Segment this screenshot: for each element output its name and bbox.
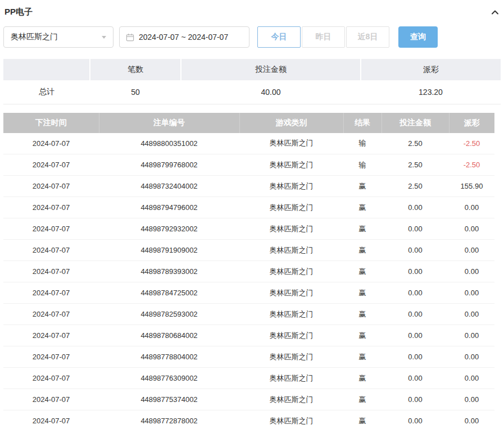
cell-bet-id: 44898784725002	[99, 282, 239, 304]
cell-bet-amount: 0.00	[382, 218, 449, 240]
chevron-down-icon	[102, 36, 106, 39]
cell-bet-id: 44898799768002	[99, 154, 239, 176]
cell-payout: 0.00	[449, 218, 494, 240]
summary-header-payout: 派彩	[361, 59, 501, 80]
cell-game-type: 奥林匹斯之门	[239, 346, 343, 368]
cell-bet-id: 44898789393002	[99, 261, 239, 282]
calendar-icon	[126, 33, 134, 42]
cell-result: 赢	[343, 240, 382, 261]
table-row: 2024-07-0744898732404002奥林匹斯之门赢2.50155.9…	[3, 176, 494, 197]
cell-result: 输	[343, 154, 382, 176]
cell-payout: 0.00	[449, 368, 494, 389]
summary-total-label: 总计	[3, 80, 90, 104]
cell-bet-id: 44898732404002	[99, 176, 239, 197]
table-row: 2024-07-0744898772878002奥林匹斯之门赢0.000.00	[3, 410, 494, 425]
cell-bet-amount: 0.00	[382, 282, 449, 304]
table-row: 2024-07-0744898776309002奥林匹斯之门赢0.000.00	[3, 368, 494, 389]
report-panel: PP电子 奥林匹斯之门 2024-07-07 ~ 2024-07-07 今日 昨…	[0, 0, 504, 425]
game-select[interactable]: 奥林匹斯之门	[3, 26, 113, 48]
cell-bet-amount: 2.50	[382, 176, 449, 197]
cell-game-type: 奥林匹斯之门	[239, 176, 343, 197]
cell-result: 赢	[343, 346, 382, 368]
table-row: 2024-07-0744898778804002奥林匹斯之门赢0.000.00	[3, 346, 494, 368]
cell-bet-amount: 0.00	[382, 197, 449, 218]
cell-game-type: 奥林匹斯之门	[239, 261, 343, 282]
yesterday-button[interactable]: 昨日	[302, 26, 345, 48]
date-range-input[interactable]: 2024-07-07 ~ 2024-07-07	[119, 26, 249, 48]
cell-payout: -2.50	[449, 154, 494, 176]
table-row: 2024-07-0744898784725002奥林匹斯之门赢0.000.00	[3, 282, 494, 304]
table-row: 2024-07-0744898782593002奥林匹斯之门赢0.000.00	[3, 304, 494, 325]
cell-bet-time: 2024-07-07	[3, 346, 99, 368]
cell-game-type: 奥林匹斯之门	[239, 304, 343, 325]
cell-game-type: 奥林匹斯之门	[239, 133, 343, 154]
cell-payout: -2.50	[449, 133, 494, 154]
summary-header-blank	[3, 59, 90, 80]
game-select-value: 奥林匹斯之门	[11, 32, 58, 42]
cell-bet-time: 2024-07-07	[3, 197, 99, 218]
cell-bet-amount: 0.00	[382, 410, 449, 425]
cell-bet-time: 2024-07-07	[3, 218, 99, 240]
cell-payout: 0.00	[449, 240, 494, 261]
cell-bet-id: 44898780684002	[99, 325, 239, 346]
table-header-bet-id: 注单编号	[99, 113, 239, 133]
table-header-payout: 派彩	[449, 113, 494, 133]
cell-result: 赢	[343, 410, 382, 425]
summary-header-bet-amount: 投注金额	[181, 59, 361, 80]
cell-bet-amount: 0.00	[382, 389, 449, 410]
summary-total-row: 总计 50 40.00 123.20	[3, 80, 501, 104]
search-button[interactable]: 查询	[398, 26, 438, 48]
page-title: PP电子	[4, 7, 33, 17]
cell-game-type: 奥林匹斯之门	[239, 197, 343, 218]
cell-bet-time: 2024-07-07	[3, 133, 99, 154]
collapse-panel-button[interactable]	[491, 8, 500, 17]
last-8-days-button[interactable]: 近8日	[346, 26, 389, 48]
summary-header-row: 笔数 投注金额 派彩	[3, 59, 501, 80]
table-row: 2024-07-0744898792932002奥林匹斯之门赢0.000.00	[3, 218, 494, 240]
cell-payout: 0.00	[449, 282, 494, 304]
cell-bet-id: 44898792932002	[99, 218, 239, 240]
panel-header: PP电子	[3, 6, 501, 24]
cell-bet-time: 2024-07-07	[3, 176, 99, 197]
table-row: 2024-07-0744898794796002奥林匹斯之门赢0.000.00	[3, 197, 494, 218]
today-button[interactable]: 今日	[257, 26, 301, 48]
cell-game-type: 奥林匹斯之门	[239, 154, 343, 176]
cell-game-type: 奥林匹斯之门	[239, 240, 343, 261]
cell-payout: 0.00	[449, 346, 494, 368]
cell-payout: 0.00	[449, 261, 494, 282]
cell-bet-amount: 0.00	[382, 325, 449, 346]
cell-bet-time: 2024-07-07	[3, 389, 99, 410]
cell-bet-amount: 2.50	[382, 133, 449, 154]
cell-payout: 0.00	[449, 325, 494, 346]
quick-date-buttons: 今日 昨日 近8日	[257, 26, 389, 48]
cell-bet-time: 2024-07-07	[3, 304, 99, 325]
cell-game-type: 奥林匹斯之门	[239, 410, 343, 425]
cell-bet-amount: 2.50	[382, 154, 449, 176]
table-header-game-type: 游戏类别	[239, 113, 343, 133]
cell-bet-time: 2024-07-07	[3, 368, 99, 389]
cell-bet-amount: 0.00	[382, 240, 449, 261]
cell-bet-id: 44898800351002	[99, 133, 239, 154]
cell-bet-id: 44898776309002	[99, 368, 239, 389]
summary-total-payout: 123.20	[361, 80, 501, 104]
cell-payout: 155.90	[449, 176, 494, 197]
chevron-up-icon	[491, 8, 500, 17]
cell-payout: 0.00	[449, 389, 494, 410]
cell-result: 赢	[343, 176, 382, 197]
cell-game-type: 奥林匹斯之门	[239, 218, 343, 240]
cell-bet-amount: 0.00	[382, 304, 449, 325]
cell-bet-amount: 0.00	[382, 261, 449, 282]
table-row: 2024-07-0744898791909002奥林匹斯之门赢0.000.00	[3, 240, 494, 261]
cell-bet-id: 44898782593002	[99, 304, 239, 325]
cell-result: 赢	[343, 389, 382, 410]
cell-game-type: 奥林匹斯之门	[239, 389, 343, 410]
cell-game-type: 奥林匹斯之门	[239, 325, 343, 346]
table-row: 2024-07-0744898780684002奥林匹斯之门赢0.000.00	[3, 325, 494, 346]
main-table-header-row: 下注时间注单编号游戏类别结果投注金额派彩	[3, 113, 494, 133]
table-row: 2024-07-0744898775374002奥林匹斯之门赢0.000.00	[3, 389, 494, 410]
cell-result: 赢	[343, 325, 382, 346]
cell-bet-time: 2024-07-07	[3, 240, 99, 261]
summary-total-count: 50	[90, 80, 181, 104]
table-header-bet-time: 下注时间	[3, 113, 99, 133]
summary-total-bet-amount: 40.00	[181, 80, 361, 104]
